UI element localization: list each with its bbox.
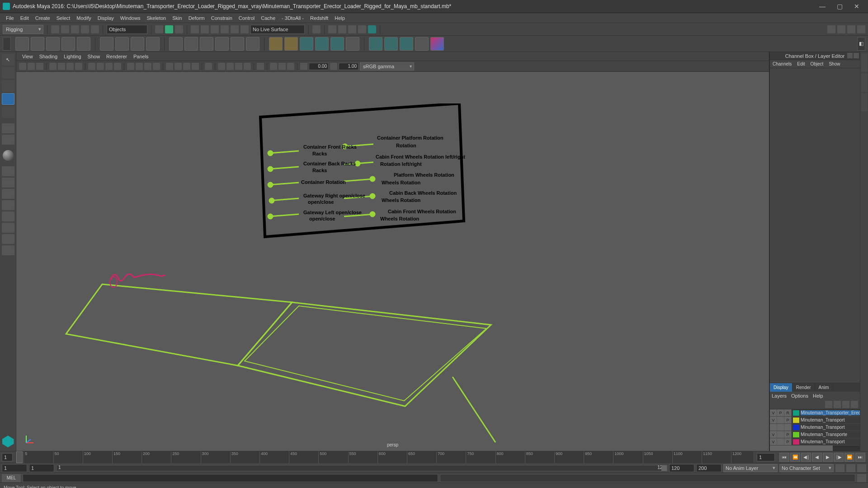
vp-motion-blur-icon[interactable]	[226, 63, 234, 70]
layer-visibility-toggle[interactable]: V	[770, 431, 777, 438]
layer-playback-toggle[interactable]	[777, 417, 784, 423]
layer-row[interactable]: V P R Minuteman_Transporter_Erec	[770, 409, 860, 417]
layer-color-swatch[interactable]	[793, 439, 799, 445]
vp-safe-action-icon[interactable]	[114, 63, 121, 70]
layer-row[interactable]: V P Minuteman_Transport	[770, 438, 860, 446]
menu-modify[interactable]: Modify	[73, 15, 94, 21]
vp-isolate-icon[interactable]	[183, 63, 190, 70]
vp-shadows-icon[interactable]	[175, 63, 182, 70]
layout-four-icon[interactable]	[2, 178, 14, 188]
character-set-selector[interactable]: No Character Set	[779, 464, 834, 472]
shelf-animation-icon[interactable]	[430, 37, 444, 51]
menu-skeleton[interactable]: Skeleton	[143, 15, 169, 21]
save-scene-icon[interactable]	[71, 25, 79, 33]
layer-color-swatch[interactable]	[793, 425, 799, 430]
render-frame-icon[interactable]	[328, 25, 336, 33]
layer-color-swatch[interactable]	[793, 432, 799, 437]
menu-select[interactable]: Select	[53, 15, 74, 21]
select-by-object-icon[interactable]	[165, 25, 173, 33]
menu-control[interactable]: Control	[236, 15, 258, 21]
menu-windows[interactable]: Windows	[117, 15, 144, 21]
channel-tab-channels[interactable]: Channels	[770, 60, 794, 68]
select-tool-icon[interactable]: ↖	[2, 54, 14, 66]
snap-point-icon[interactable]	[211, 25, 219, 33]
shelf-mirror-weights-icon[interactable]	[184, 37, 198, 51]
set-key-button[interactable]	[846, 464, 855, 472]
new-layer-icon[interactable]	[842, 401, 849, 408]
vp-gamma-toggle-icon[interactable]	[270, 63, 277, 70]
maximize-button[interactable]: ▢	[831, 2, 848, 11]
shelf-constraint-icon[interactable]	[77, 37, 90, 51]
range-end-field[interactable]: 200	[696, 464, 722, 472]
live-surface-field[interactable]: No Live Surface	[250, 25, 305, 34]
snap-curve-icon[interactable]	[201, 25, 209, 33]
shelf-ik-icon[interactable]	[46, 37, 60, 51]
layer-menu-help[interactable]: Help	[813, 393, 823, 399]
range-start-field[interactable]: 1	[2, 464, 27, 472]
vp-wireframe-icon[interactable]	[136, 63, 143, 70]
vp-2d-pan-icon[interactable]	[49, 63, 57, 70]
menu-create[interactable]: Create	[32, 15, 53, 21]
tool-settings-tab[interactable]	[861, 74, 868, 92]
lasso-tool-icon[interactable]	[2, 67, 14, 79]
shelf-pose-icon[interactable]	[300, 37, 313, 51]
snap-grid-icon[interactable]	[191, 25, 199, 33]
vp-xray-joints-icon[interactable]	[205, 63, 212, 70]
shaded-preview-icon[interactable]	[3, 150, 14, 161]
layout-two-v-icon[interactable]	[2, 200, 14, 210]
shelf-bind-pose-icon[interactable]	[315, 37, 329, 51]
layer-name[interactable]: Minuteman_Transporte	[801, 432, 860, 437]
menu-deform[interactable]: Deform	[185, 15, 208, 21]
menu-constrain[interactable]: Constrain	[208, 15, 236, 21]
panel-layout-icon[interactable]	[837, 25, 845, 33]
vp-grid-icon[interactable]	[66, 63, 74, 70]
vp-bookmark-icon[interactable]	[28, 63, 35, 70]
shelf-cluster-icon[interactable]	[115, 37, 129, 51]
vp-film-gate-icon[interactable]	[75, 63, 82, 70]
workspace-selector[interactable]: Rigging	[3, 25, 43, 34]
construction-history-icon[interactable]	[312, 25, 321, 33]
layout-custom-icon[interactable]	[2, 234, 14, 244]
shelf-hik-icon[interactable]	[384, 37, 398, 51]
attribute-editor-tab[interactable]	[861, 54, 868, 72]
vp-menu-shading[interactable]: Shading	[36, 54, 61, 59]
vp-exposure-field[interactable]: 0.00	[309, 63, 329, 70]
layout-three-icon[interactable]	[2, 211, 14, 221]
select-by-hierarchy-icon[interactable]	[155, 25, 163, 33]
vp-reset-gamma-icon[interactable]	[330, 63, 337, 70]
playback-prefs-icon[interactable]	[857, 464, 866, 472]
layer-displaytype-toggle[interactable]	[784, 424, 792, 431]
channel-tab-object[interactable]: Object	[808, 60, 826, 68]
script-editor-icon[interactable]	[857, 474, 866, 482]
shelf-hammer-weights-icon[interactable]	[215, 37, 229, 51]
move-layer-up-icon[interactable]	[825, 401, 832, 408]
vp-exposure-icon[interactable]	[257, 63, 264, 70]
channel-tab-show[interactable]: Show	[826, 60, 843, 68]
vp-contrast-icon[interactable]	[287, 63, 294, 70]
time-slider-track[interactable]: 5501001502002503003504004505005506006507…	[16, 451, 753, 463]
vp-menu-panels[interactable]: Panels	[130, 54, 152, 59]
last-tool-icon[interactable]	[2, 135, 14, 145]
panel-layout-icon[interactable]	[827, 25, 835, 33]
layer-name[interactable]: Minuteman_Transport	[801, 418, 860, 422]
auto-key-toggle-icon[interactable]	[835, 464, 844, 472]
render-view-icon[interactable]	[358, 25, 366, 33]
viewport[interactable]: Container Front RacksRacks Container Bac…	[16, 72, 769, 451]
ipr-render-icon[interactable]	[338, 25, 346, 33]
vp-colorspace-selector[interactable]: sRGB gamma	[360, 62, 414, 70]
panel-layout-icon[interactable]	[847, 25, 855, 33]
shelf-remove-influence-icon[interactable]	[284, 37, 298, 51]
layout-dash-icon[interactable]	[2, 245, 14, 255]
vp-xray-icon[interactable]	[192, 63, 199, 70]
move-tool-icon[interactable]	[2, 93, 14, 105]
menu-cache[interactable]: Cache	[258, 15, 278, 21]
layer-name[interactable]: Minuteman_Transport	[801, 439, 860, 444]
layer-color-swatch[interactable]	[793, 410, 799, 416]
layout-single-icon[interactable]	[2, 166, 14, 176]
new-layer-assign-icon[interactable]	[851, 401, 858, 408]
render-globals-icon[interactable]	[368, 25, 376, 33]
shelf-prune-weights-icon[interactable]	[231, 37, 244, 51]
snap-view-icon[interactable]	[241, 25, 249, 33]
step-forward-button[interactable]: ∣▶	[834, 453, 844, 462]
vp-exposure-toggle-icon[interactable]	[278, 63, 286, 70]
